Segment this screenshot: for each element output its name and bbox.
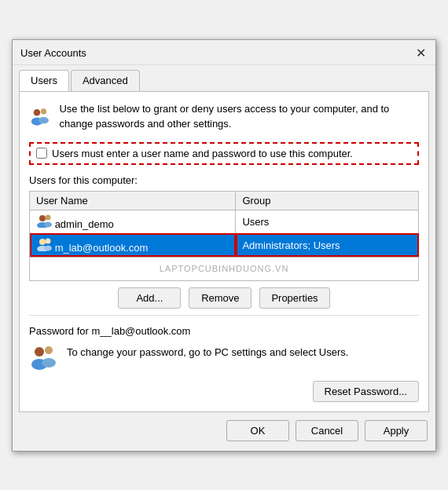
dialog-footer: OK Cancel Apply	[13, 412, 435, 451]
cell-username: admin_demo	[30, 210, 236, 233]
watermark-row: LAPTOPCUBINHDUONG.VN	[30, 257, 419, 280]
tab-users[interactable]: Users	[19, 70, 69, 91]
password-user-icon	[29, 343, 59, 373]
must-enter-password-checkbox[interactable]	[36, 148, 47, 159]
ok-button[interactable]: OK	[226, 420, 289, 441]
cell-group: Administrators; Users	[236, 233, 419, 257]
col-username: User Name	[30, 191, 236, 210]
user-action-buttons: Add... Remove Properties	[29, 287, 419, 309]
svg-point-10	[46, 238, 51, 243]
table-row[interactable]: admin_demo Users	[30, 210, 419, 233]
must-enter-password-label: Users must enter a user name and passwor…	[52, 148, 353, 159]
svg-point-15	[42, 358, 56, 368]
add-button[interactable]: Add...	[118, 287, 181, 309]
password-header: Password for m__lab@outlook.com	[29, 325, 419, 337]
cancel-button[interactable]: Cancel	[296, 420, 358, 441]
users-icon	[29, 101, 51, 133]
info-section: Use the list below to grant or deny user…	[29, 101, 419, 133]
table-row[interactable]: m_lab@outlook.com Administrators; Users	[30, 233, 419, 257]
window-title: User Accounts	[20, 47, 86, 59]
svg-point-8	[39, 239, 46, 245]
remove-button[interactable]: Remove	[189, 287, 252, 309]
close-button[interactable]: ✕	[412, 44, 429, 61]
reset-password-button[interactable]: Reset Password...	[313, 381, 420, 402]
svg-point-6	[46, 214, 51, 220]
tab-advanced[interactable]: Advanced	[71, 70, 140, 91]
svg-point-4	[39, 215, 46, 221]
password-text: To change your password, go to PC settin…	[67, 343, 348, 360]
svg-point-2	[41, 108, 46, 114]
users-table: User Name Group admin_demo U	[29, 191, 419, 281]
svg-point-14	[45, 346, 53, 354]
reset-btn-row: Reset Password...	[29, 381, 419, 402]
password-section: Password for m__lab@outlook.com To chang…	[29, 315, 419, 402]
watermark-text: LAPTOPCUBINHDUONG.VN	[30, 257, 419, 280]
cell-username: m_lab@outlook.com	[30, 233, 236, 257]
password-body: To change your password, go to PC settin…	[29, 343, 419, 373]
svg-point-7	[44, 221, 52, 227]
tab-bar: Users Advanced	[13, 65, 435, 91]
apply-button[interactable]: Apply	[365, 420, 428, 441]
col-group: Group	[236, 191, 419, 210]
svg-point-3	[39, 117, 49, 124]
title-bar: User Accounts ✕	[13, 40, 435, 65]
svg-point-0	[34, 109, 41, 116]
user-row-icon	[36, 214, 52, 228]
user-row-icon-selected	[36, 237, 52, 251]
properties-button[interactable]: Properties	[259, 287, 329, 309]
info-text: Use the list below to grant or deny user…	[59, 101, 419, 132]
cell-group: Users	[236, 210, 419, 233]
user-accounts-dialog: User Accounts ✕ Users Advanced Use the l…	[12, 39, 436, 452]
tab-users-content: Use the list below to grant or deny user…	[19, 91, 429, 412]
svg-point-12	[35, 347, 44, 357]
users-section-label: Users for this computer:	[29, 174, 419, 186]
must-enter-password-row: Users must enter a user name and passwor…	[29, 142, 419, 165]
svg-point-11	[44, 245, 52, 250]
